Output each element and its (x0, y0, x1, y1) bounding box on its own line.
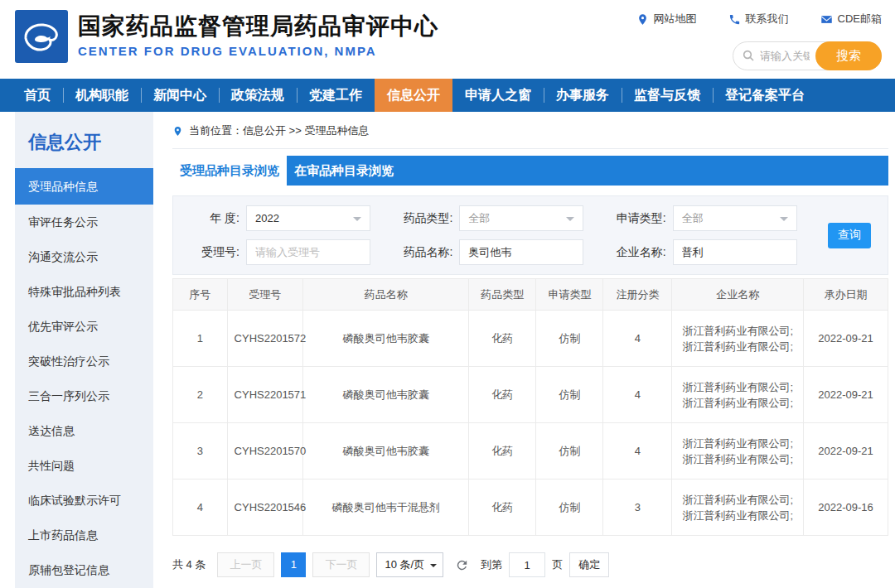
search-bar: 搜索 (733, 41, 882, 70)
col-header-drug-name: 药品名称 (303, 279, 469, 311)
sidebar-item-communication[interactable]: 沟通交流公示 (15, 239, 153, 274)
col-header-index: 序号 (173, 279, 228, 311)
apply-type-label: 申请类型: (610, 211, 666, 226)
col-header-drug-type: 药品类型 (469, 279, 536, 311)
cde-mail-link[interactable]: CDE邮箱 (820, 12, 882, 27)
sidebar-item-review-tasks[interactable]: 审评任务公示 (15, 205, 153, 239)
site-header: 国家药品监督管理局药品审评中心 CENTER FOR DRUG EVALUATI… (0, 0, 895, 79)
breadcrumb-text: 当前位置：信息公开 >> 受理品种信息 (189, 123, 369, 138)
goto-page-prefix: 到第 (481, 557, 502, 572)
next-page-button[interactable]: 下一页 (312, 552, 370, 577)
refresh-icon[interactable] (455, 558, 469, 572)
location-pin-icon (636, 13, 649, 26)
col-header-reg-class: 注册分类 (603, 279, 672, 311)
pagination: 共 4 条 上一页 1 下一页 10 条/页 到第 页 确定 (172, 552, 888, 577)
col-header-acceptance-no: 受理号 (227, 279, 302, 311)
year-label: 年 度: (183, 211, 239, 226)
sidebar-item-clinical-trial-license[interactable]: 临床试验默示许可 (15, 483, 153, 518)
drug-type-select[interactable]: 全部 (459, 205, 583, 231)
quick-links: 网站地图 联系我们 CDE邮箱 (636, 12, 882, 27)
tab-under-review-catalog[interactable]: 在审品种目录浏览 (287, 156, 401, 186)
brand: 国家药品监督管理局药品审评中心 CENTER FOR DRUG EVALUATI… (15, 10, 438, 63)
table-header-row: 序号 受理号 药品名称 药品类型 申请类型 注册分类 企业名称 承办日期 (173, 279, 888, 311)
table-row[interactable]: 4 CYHS2201546 磷酸奥司他韦干混悬剂 化药 仿制 3 浙江普利药业有… (173, 480, 888, 536)
goto-page-suffix: 页 (552, 557, 563, 572)
nav-item-home[interactable]: 首页 (12, 79, 63, 112)
nav-item-supervision[interactable]: 监督与反馈 (622, 79, 713, 112)
company-name-label: 企业名称: (610, 245, 666, 260)
content: 信息公开 受理品种信息 审评任务公示 沟通交流公示 特殊审批品种列表 优先审评公… (0, 112, 895, 588)
table-row[interactable]: 3 CYHS2201570 磷酸奥司他韦胶囊 化药 仿制 4 浙江普利药业有限公… (173, 423, 888, 480)
nav-item-news[interactable]: 新闻中心 (141, 79, 219, 112)
sidebar-item-excipient-registration[interactable]: 原辅包登记信息 (15, 552, 153, 587)
sidebar-item-three-in-one[interactable]: 三合一序列公示 (15, 378, 153, 413)
apply-type-select[interactable]: 全部 (673, 205, 797, 231)
nav-item-applicant-window[interactable]: 申请人之窗 (452, 79, 544, 112)
company-name-input[interactable] (673, 239, 797, 265)
sidebar-item-accepted-varieties[interactable]: 受理品种信息 (15, 168, 153, 205)
sidebar-item-marketed-drugs[interactable]: 上市药品信息 (15, 518, 153, 552)
tab-accepted-catalog[interactable]: 受理品种目录浏览 (172, 156, 287, 186)
nav-item-functions[interactable]: 机构职能 (63, 79, 141, 112)
results-table: 序号 受理号 药品名称 药品类型 申请类型 注册分类 企业名称 承办日期 1 C… (172, 278, 888, 536)
sitemap-link[interactable]: 网站地图 (636, 12, 697, 27)
nav-item-registration-platform[interactable]: 登记备案平台 (713, 79, 817, 112)
filter-panel: 年 度: 2022 药品类型: 全部 申请类型: 全部 受理号: 药品名称: (172, 195, 888, 275)
phone-icon (728, 13, 741, 26)
nav-item-party[interactable]: 党建工作 (297, 79, 375, 112)
sidebar-item-priority-review[interactable]: 优先审评公示 (15, 309, 153, 344)
goto-confirm-button[interactable]: 确定 (569, 552, 609, 577)
main-panel: 当前位置：信息公开 >> 受理品种信息 受理品种目录浏览 在审品种目录浏览 年 … (172, 112, 888, 588)
main-nav: 首页 机构职能 新闻中心 政策法规 党建工作 信息公开 申请人之窗 办事服务 监… (0, 79, 895, 112)
page-size-select[interactable]: 10 条/页 (376, 552, 443, 577)
goto-page-input[interactable] (509, 552, 545, 577)
sidebar-item-breakthrough-therapy[interactable]: 突破性治疗公示 (15, 344, 153, 378)
col-header-company: 企业名称 (672, 279, 804, 311)
site-title: 国家药品监督管理局药品审评中心 (78, 12, 438, 41)
table-row[interactable]: 1 CYHS2201572 磷酸奥司他韦胶囊 化药 仿制 4 浙江普利药业有限公… (173, 311, 888, 367)
year-select[interactable]: 2022 (246, 205, 370, 231)
table-row[interactable]: 2 CYHS2201571 磷酸奥司他韦胶囊 化药 仿制 4 浙江普利药业有限公… (173, 367, 888, 423)
contact-link[interactable]: 联系我们 (728, 12, 789, 27)
cde-logo-icon (15, 10, 68, 63)
tab-bar: 受理品种目录浏览 在审品种目录浏览 (172, 156, 888, 186)
prev-page-button[interactable]: 上一页 (217, 552, 274, 577)
total-count-text: 共 4 条 (172, 557, 206, 572)
acceptance-no-label: 受理号: (183, 245, 239, 260)
sidebar-title: 信息公开 (15, 112, 153, 168)
search-button[interactable]: 搜索 (815, 41, 882, 70)
mail-icon (820, 13, 833, 26)
nav-item-info-disclosure[interactable]: 信息公开 (375, 79, 452, 112)
breadcrumb: 当前位置：信息公开 >> 受理品种信息 (172, 123, 888, 149)
col-header-apply-type: 申请类型 (536, 279, 603, 311)
query-button[interactable]: 查询 (828, 223, 871, 248)
sidebar-item-common-issues[interactable]: 共性问题 (15, 448, 153, 483)
col-header-date: 承办日期 (804, 279, 888, 311)
acceptance-no-input[interactable] (246, 239, 370, 265)
sidebar: 信息公开 受理品种信息 审评任务公示 沟通交流公示 特殊审批品种列表 优先审评公… (15, 112, 153, 588)
location-pin-icon (172, 125, 183, 137)
sidebar-item-delivery-info[interactable]: 送达信息 (15, 413, 153, 448)
drug-name-input[interactable] (459, 239, 583, 265)
drug-type-label: 药品类型: (396, 211, 452, 226)
search-icon (742, 49, 755, 62)
nav-item-services[interactable]: 办事服务 (544, 79, 622, 112)
nav-item-policies[interactable]: 政策法规 (219, 79, 297, 112)
drug-name-label: 药品名称: (396, 245, 452, 260)
site-subtitle: CENTER FOR DRUG EVALUATION, NMPA (78, 44, 438, 58)
page-number-1[interactable]: 1 (281, 552, 306, 577)
sidebar-item-special-approval[interactable]: 特殊审批品种列表 (15, 274, 153, 309)
